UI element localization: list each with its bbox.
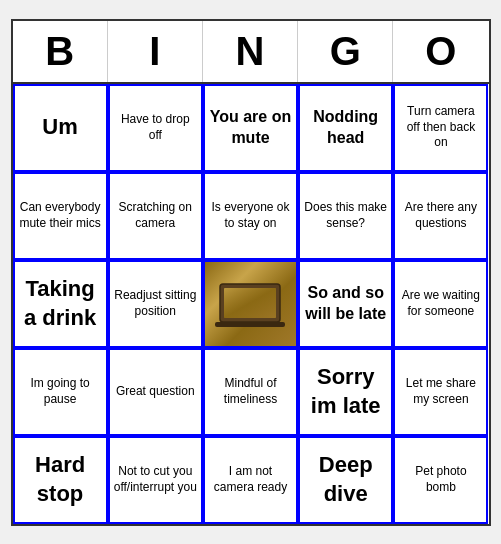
- bingo-cell[interactable]: You are on mute: [203, 84, 298, 172]
- bingo-cell[interactable]: Let me share my screen: [393, 348, 488, 436]
- bingo-cell[interactable]: I am not camera ready: [203, 436, 298, 524]
- bingo-header: B I N G O: [13, 21, 489, 84]
- svg-rect-3: [215, 322, 285, 327]
- bingo-cell[interactable]: [203, 260, 298, 348]
- bingo-cell[interactable]: Not to cut you off/interrupt you: [108, 436, 203, 524]
- bingo-grid: UmHave to drop offYou are on muteNodding…: [13, 84, 489, 524]
- bingo-cell[interactable]: Great question: [108, 348, 203, 436]
- bingo-cell[interactable]: Is everyone ok to stay on: [203, 172, 298, 260]
- letter-i: I: [108, 21, 203, 82]
- bingo-cell[interactable]: Im going to pause: [13, 348, 108, 436]
- bingo-cell[interactable]: Nodding head: [298, 84, 393, 172]
- bingo-cell[interactable]: Readjust sitting position: [108, 260, 203, 348]
- bingo-cell[interactable]: Pet photo bomb: [393, 436, 488, 524]
- bingo-cell[interactable]: Sorry im late: [298, 348, 393, 436]
- bingo-cell[interactable]: Scratching on camera: [108, 172, 203, 260]
- letter-n: N: [203, 21, 298, 82]
- svg-rect-2: [224, 288, 276, 318]
- letter-g: G: [298, 21, 393, 82]
- letter-o: O: [393, 21, 488, 82]
- bingo-cell[interactable]: Have to drop off: [108, 84, 203, 172]
- bingo-cell[interactable]: Does this make sense?: [298, 172, 393, 260]
- bingo-cell[interactable]: Taking a drink: [13, 260, 108, 348]
- bingo-cell[interactable]: Can everybody mute their mics: [13, 172, 108, 260]
- bingo-cell[interactable]: So and so will be late: [298, 260, 393, 348]
- bingo-cell[interactable]: Hard stop: [13, 436, 108, 524]
- bingo-cell[interactable]: Are there any questions: [393, 172, 488, 260]
- bingo-cell[interactable]: Turn camera off then back on: [393, 84, 488, 172]
- bingo-cell[interactable]: Mindful of timeliness: [203, 348, 298, 436]
- bingo-cell[interactable]: Are we waiting for someone: [393, 260, 488, 348]
- letter-b: B: [13, 21, 108, 82]
- bingo-cell[interactable]: Deep dive: [298, 436, 393, 524]
- bingo-cell[interactable]: Um: [13, 84, 108, 172]
- bingo-card: B I N G O UmHave to drop offYou are on m…: [11, 19, 491, 526]
